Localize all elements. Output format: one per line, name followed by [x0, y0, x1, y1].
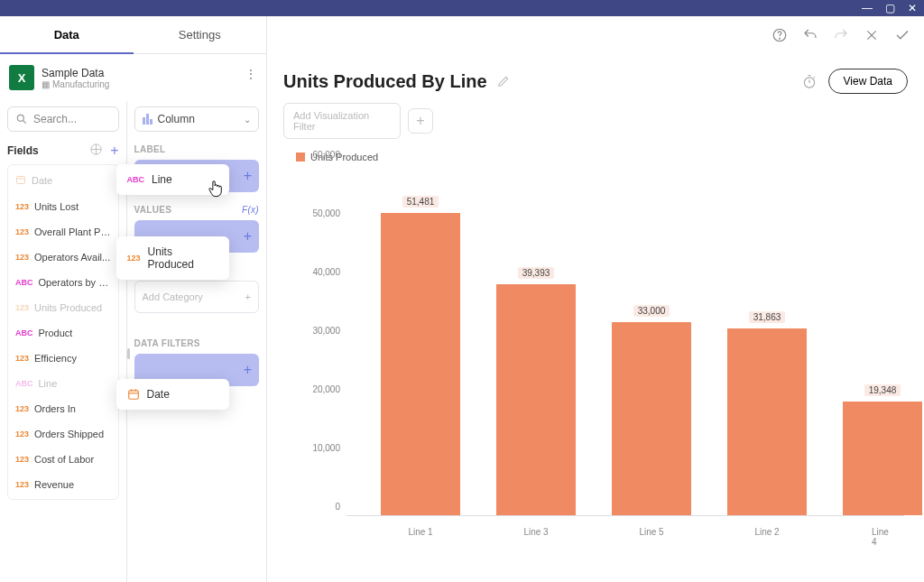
svg-point-0: [17, 115, 23, 121]
field-item[interactable]: ABCLine: [12, 371, 115, 396]
bar-rect: [843, 402, 922, 515]
y-tick: 60,000: [312, 150, 340, 160]
text-type-icon: ABC: [15, 328, 33, 337]
y-tick: 50,000: [312, 208, 340, 218]
section-values: VALUESF(x): [134, 205, 259, 215]
field-item[interactable]: ABCOperators by Fu...: [12, 270, 115, 295]
bar-rect: [496, 284, 576, 515]
field-item[interactable]: 123Overall Plant Pr...: [12, 219, 115, 245]
search-input[interactable]: Search...: [7, 106, 119, 132]
x-tick: Line 5: [639, 527, 663, 537]
tab-data[interactable]: Data: [0, 16, 134, 53]
bar[interactable]: 19,348: [843, 402, 922, 515]
bar[interactable]: 39,393: [496, 284, 576, 515]
values-dropzone[interactable]: +: [134, 220, 259, 253]
field-item[interactable]: 123Orders Shipped: [12, 421, 115, 447]
column-chart-icon: [143, 114, 152, 125]
number-type-icon: 123: [15, 202, 29, 211]
maximize-button[interactable]: ▢: [885, 3, 895, 14]
bar-rect: [727, 328, 807, 515]
brain-icon[interactable]: [89, 143, 103, 156]
field-name: Cost of Labor: [34, 454, 94, 465]
search-placeholder: Search...: [33, 113, 77, 125]
field-item[interactable]: Date: [12, 167, 115, 194]
bar-value-label: 31,863: [749, 311, 786, 323]
view-data-button[interactable]: View Data: [828, 69, 908, 94]
close-icon[interactable]: [863, 26, 881, 44]
fields-header: Fields: [7, 144, 39, 157]
field-item[interactable]: 123Orders In: [12, 396, 115, 421]
add-filter-button[interactable]: +: [408, 108, 433, 134]
window-close-button[interactable]: ✕: [908, 3, 917, 14]
category-dropzone[interactable]: Add Category+: [134, 281, 259, 313]
section-datafilters: DATA FILTERS: [134, 338, 259, 348]
section-category: CATEGORY: [134, 265, 259, 275]
svg-point-10: [780, 38, 781, 39]
x-tick: Line 1: [408, 527, 432, 537]
fx-button[interactable]: F(x): [242, 205, 259, 215]
chart-title: Units Produced By Line: [283, 71, 487, 92]
section-label: LABEL: [134, 144, 259, 154]
datafilters-dropzone[interactable]: +: [134, 354, 259, 386]
svg-rect-3: [17, 177, 25, 184]
window-titlebar: — ▢ ✕: [0, 0, 924, 16]
y-tick: 0: [335, 502, 340, 512]
edit-title-icon[interactable]: [496, 74, 511, 88]
number-type-icon: 123: [15, 480, 29, 489]
x-tick: Line 4: [872, 527, 893, 547]
field-item[interactable]: 123Revenue: [12, 472, 115, 497]
add-field-button[interactable]: +: [110, 143, 118, 159]
confirm-icon[interactable]: [893, 26, 911, 44]
field-name: Product: [39, 328, 73, 338]
bar-value-label: 51,481: [402, 196, 439, 208]
field-name: Date: [32, 175, 52, 186]
bar-value-label: 19,348: [864, 384, 901, 396]
svg-rect-5: [128, 391, 138, 399]
bar[interactable]: 31,863: [727, 328, 807, 515]
viz-type-selector[interactable]: Column ⌄: [134, 106, 259, 132]
chart-area: 010,00020,00030,00040,00050,00060,000 51…: [303, 164, 908, 541]
plus-icon: +: [244, 228, 252, 245]
bar-rect: [381, 213, 460, 515]
divider: [127, 348, 130, 359]
datasource-name: Sample Data: [42, 67, 109, 79]
undo-icon[interactable]: [801, 26, 819, 44]
redo-icon[interactable]: [832, 26, 850, 44]
minimize-button[interactable]: —: [862, 3, 873, 14]
bar-value-label: 39,393: [518, 267, 555, 279]
y-tick: 10,000: [312, 443, 340, 453]
svg-line-16: [813, 77, 814, 78]
number-type-icon: 123: [15, 404, 29, 413]
help-icon[interactable]: [771, 26, 789, 44]
tab-settings[interactable]: Settings: [134, 16, 267, 53]
datasource-row[interactable]: X Sample Data ▦Manufacturing ⋮: [0, 54, 266, 101]
number-type-icon: 123: [15, 303, 29, 312]
field-item[interactable]: 123Operators Avail...: [12, 245, 115, 270]
field-item[interactable]: 123Units Produced: [12, 295, 115, 320]
field-name: Units Lost: [34, 201, 79, 212]
datasource-menu-icon[interactable]: ⋮: [245, 67, 257, 81]
label-dropzone[interactable]: +: [134, 160, 259, 192]
y-tick: 20,000: [312, 384, 340, 394]
field-item[interactable]: ABCProduct: [12, 320, 115, 346]
svg-line-1: [23, 121, 26, 124]
number-type-icon: 123: [127, 254, 141, 263]
chevron-down-icon: ⌄: [244, 115, 251, 125]
field-item[interactable]: 123Efficiency: [12, 346, 115, 371]
visualization-filter-input[interactable]: Add Visualization Filter: [283, 103, 401, 139]
field-name: Operators Avail...: [34, 252, 110, 263]
calendar-icon: [127, 388, 140, 401]
number-type-icon: 123: [15, 354, 29, 363]
top-toolbar: [267, 16, 924, 54]
field-name: Orders In: [34, 403, 76, 414]
stopwatch-icon[interactable]: [801, 73, 818, 89]
x-tick: Line 2: [754, 527, 779, 537]
y-tick: 40,000: [312, 267, 340, 277]
text-type-icon: ABC: [15, 379, 33, 388]
number-type-icon: 123: [15, 227, 29, 236]
field-item[interactable]: 123Cost of Labor: [12, 447, 115, 472]
bar-value-label: 33,000: [633, 305, 670, 317]
field-item[interactable]: 123Units Lost: [12, 194, 115, 219]
bar[interactable]: 51,481: [381, 213, 460, 515]
bar[interactable]: 33,000: [612, 322, 691, 516]
